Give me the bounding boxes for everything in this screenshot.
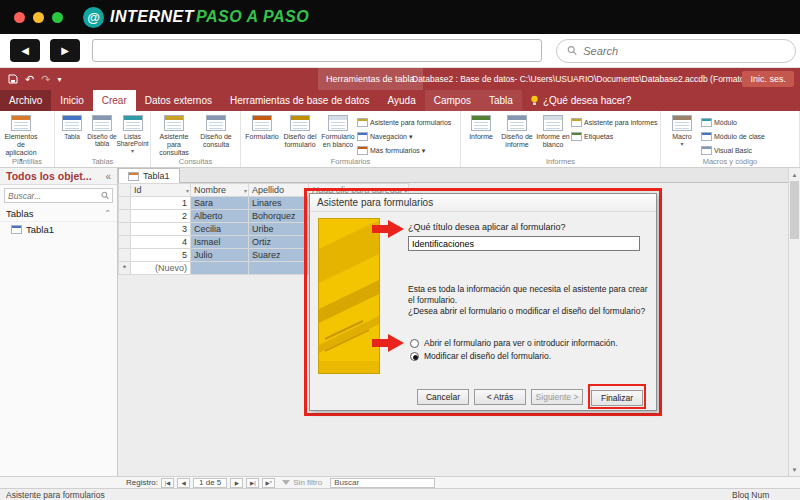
cell-apellido[interactable]: Uribe — [249, 223, 309, 236]
navigation-pane: Todos los objet... « Tablas ⌃ Tabla1 — [0, 168, 118, 476]
ribbon-button-mas-formularios[interactable]: Más formularios ▾ — [357, 144, 458, 157]
tab-campos[interactable]: Campos — [425, 90, 480, 111]
next-button[interactable]: Siguiente > — [531, 389, 583, 405]
cell-nombre[interactable]: Sara — [191, 197, 249, 210]
ribbon-button-formulario-blanco[interactable]: Formulario en blanco — [319, 113, 357, 149]
filter-button[interactable]: Sin filtro — [282, 478, 322, 487]
ribbon-button-visual-basic[interactable]: Visual Basic — [701, 144, 797, 157]
wizard-graphic — [318, 218, 380, 374]
cell-id[interactable]: 5 — [131, 249, 191, 262]
forward-button[interactable]: ▶ — [50, 39, 80, 62]
cell-id[interactable]: 4 — [131, 236, 191, 249]
cell-apellido-new[interactable] — [249, 262, 309, 275]
qat-customize-caret-icon[interactable]: ▾ — [57, 75, 61, 84]
next-record-button[interactable]: ▶ — [230, 478, 243, 488]
form-title-input[interactable] — [408, 236, 640, 251]
ribbon-button-macro[interactable]: Macro ▾ — [663, 113, 701, 148]
visual-basic-icon — [701, 146, 712, 155]
scroll-up-icon[interactable]: ▲ — [789, 169, 800, 180]
cell-id[interactable]: 1 — [131, 197, 191, 210]
row-selector[interactable] — [119, 236, 131, 249]
new-record-button[interactable]: ▶* — [262, 478, 275, 488]
maximize-window-button[interactable] — [52, 12, 63, 23]
row-selector[interactable] — [119, 249, 131, 262]
tab-archivo[interactable]: Archivo — [0, 90, 51, 111]
ribbon-button-etiquetas[interactable]: Etiquetas — [571, 130, 658, 143]
cell-id[interactable]: 2 — [131, 210, 191, 223]
tab-ayuda[interactable]: Ayuda — [379, 90, 425, 111]
ribbon-button-asistente-consultas[interactable]: Asistente para consultas — [153, 113, 195, 157]
ribbon-button-informe[interactable]: Informe — [463, 113, 499, 141]
cell-nombre[interactable]: Alberto — [191, 210, 249, 223]
finish-button[interactable]: Finalizar — [591, 390, 643, 406]
nav-pane-search-input[interactable] — [8, 191, 101, 201]
column-header-id[interactable]: Id▾ — [131, 184, 191, 197]
new-row-selector[interactable]: * — [119, 262, 131, 275]
undo-button[interactable]: ↶ — [25, 73, 34, 86]
ribbon-button-listas-sharepoint[interactable]: Listas SharePoint ▾ — [117, 113, 148, 155]
nav-section-tablas[interactable]: Tablas ⌃ — [0, 206, 117, 222]
row-selector[interactable] — [119, 210, 131, 223]
record-position: 1 de 5 — [193, 478, 227, 488]
redo-button[interactable]: ↷ — [41, 73, 50, 86]
tab-herramientas-bd[interactable]: Herramientas de base de datos — [221, 90, 379, 111]
column-header-nombre[interactable]: Nombre▾ — [191, 184, 249, 197]
ribbon-button-modulo-clase[interactable]: Módulo de clase — [701, 130, 797, 143]
row-selector[interactable] — [119, 197, 131, 210]
ribbon-button-formulario[interactable]: Formulario — [243, 113, 281, 141]
ribbon-button-asistente-formularios[interactable]: Asistente para formularios — [357, 116, 458, 129]
cell-nombre-new[interactable] — [191, 262, 249, 275]
back-button[interactable]: ◀ — [10, 39, 40, 62]
cell-apellido[interactable]: Bohorquez — [249, 210, 309, 223]
radio-open-form[interactable]: Abrir el formulario para ver o introduci… — [410, 338, 618, 348]
tell-me-box[interactable]: ¿Qué desea hacer? — [522, 90, 639, 111]
ribbon-button-modulo[interactable]: Módulo — [701, 116, 797, 129]
site-search-input[interactable] — [583, 45, 785, 57]
cell-apellido[interactable]: Linares — [249, 197, 309, 210]
form-wizard-dialog: Asistente para formularios ¿Qué título d… — [309, 193, 657, 411]
tab-datos-externos[interactable]: Datos externos — [136, 90, 221, 111]
ribbon-button-asistente-informes[interactable]: Asistente para informes — [571, 116, 658, 129]
site-search[interactable] — [556, 39, 796, 63]
ribbon-button-diseno-tabla[interactable]: Diseño de tabla — [87, 113, 117, 148]
row-selector[interactable] — [119, 223, 131, 236]
nav-pane-search[interactable] — [4, 188, 113, 203]
previous-record-button[interactable]: ◀ — [177, 478, 190, 488]
ribbon-button-diseno-formulario[interactable]: Diseño del formulario — [281, 113, 319, 149]
first-record-button[interactable]: |◀ — [161, 478, 174, 488]
cell-nombre[interactable]: Ismael — [191, 236, 249, 249]
cell-apellido[interactable]: Ortiz — [249, 236, 309, 249]
select-all-cell[interactable] — [119, 184, 131, 197]
tab-tabla[interactable]: Tabla — [480, 90, 522, 111]
ribbon-button-diseno-informe[interactable]: Diseño de informe — [499, 113, 535, 149]
record-search-input[interactable] — [330, 478, 435, 488]
cell-id-new[interactable]: (Nuevo) — [131, 262, 191, 275]
cell-apellido[interactable]: Suarez — [249, 249, 309, 262]
scrollbar-thumb[interactable] — [790, 181, 799, 239]
sign-in-button[interactable]: Inic. ses. — [742, 71, 794, 87]
cell-nombre[interactable]: Julio — [191, 249, 249, 262]
address-bar[interactable] — [92, 39, 542, 62]
tab-inicio[interactable]: Inicio — [51, 90, 92, 111]
column-header-apellido[interactable]: Apellido▾ — [249, 184, 309, 197]
ribbon-button-navegacion[interactable]: Navegación ▾ — [357, 130, 458, 143]
close-window-button[interactable] — [14, 12, 25, 23]
cancel-button[interactable]: Cancelar — [417, 389, 469, 405]
document-tab-tabla1[interactable]: Tabla1 — [118, 168, 180, 183]
radio-modify-design[interactable]: Modificar el diseño del formulario. — [410, 351, 551, 361]
cell-nombre[interactable]: Cecilia — [191, 223, 249, 236]
nav-pane-title[interactable]: Todos los objet... « — [0, 168, 117, 185]
ribbon-button-tabla[interactable]: Tabla — [57, 113, 87, 140]
tab-crear[interactable]: Crear — [93, 90, 136, 111]
scroll-down-icon[interactable]: ▼ — [789, 464, 800, 475]
last-record-button[interactable]: ▶| — [246, 478, 259, 488]
nav-item-tabla1[interactable]: Tabla1 — [0, 222, 117, 237]
ribbon-button-informe-blanco[interactable]: Informe en blanco — [535, 113, 571, 149]
cell-id[interactable]: 3 — [131, 223, 191, 236]
vertical-scrollbar[interactable]: ▲ ▼ — [788, 168, 800, 476]
collapse-pane-icon[interactable]: « — [105, 171, 111, 182]
minimize-window-button[interactable] — [33, 12, 44, 23]
back-button-dialog[interactable]: < Atrás — [474, 389, 526, 405]
save-icon[interactable] — [8, 74, 18, 84]
ribbon-button-diseno-consulta[interactable]: Diseño de consulta — [195, 113, 237, 149]
